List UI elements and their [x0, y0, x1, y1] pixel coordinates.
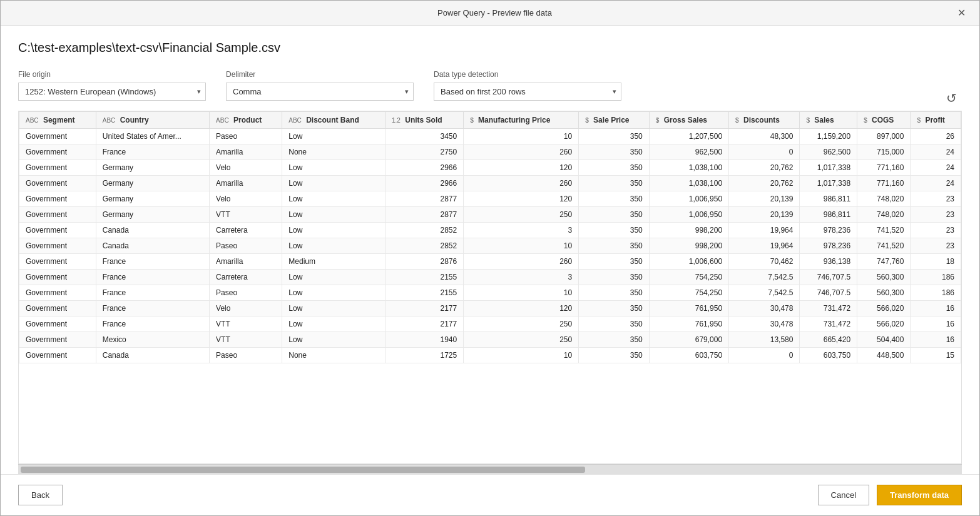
cancel-button[interactable]: Cancel	[818, 485, 869, 505]
table-cell: 715,000	[857, 144, 911, 160]
table-cell: 19,964	[729, 223, 800, 238]
table-cell: Amarilla	[210, 254, 282, 270]
table-cell: 23	[911, 191, 961, 207]
table-cell: 2750	[385, 144, 463, 160]
footer: Back Cancel Transform data	[1, 474, 979, 515]
table-cell: 2877	[385, 207, 463, 223]
table-cell: Amarilla	[210, 176, 282, 191]
transform-data-button[interactable]: Transform data	[877, 485, 962, 505]
table-cell: 566,020	[857, 301, 911, 316]
data-type-detection-label: Data type detection	[434, 70, 621, 79]
table-row: GovernmentGermanyVeloLow28771203501,006,…	[19, 191, 961, 207]
table-cell: 26	[911, 129, 961, 144]
data-table: ABC Segment ABC Country ABC Product ABC …	[19, 111, 961, 363]
table-cell: 20,139	[729, 191, 800, 207]
delimiter-select[interactable]: Comma Tab Semicolon Space Custom	[226, 83, 414, 101]
table-cell: 998,200	[649, 238, 728, 254]
table-cell: 48,300	[729, 129, 800, 144]
table-cell: 23	[911, 238, 961, 254]
table-cell: 3450	[385, 129, 463, 144]
table-cell: 350	[579, 254, 650, 270]
table-cell: 260	[464, 176, 579, 191]
file-path: C:\test-examples\text-csv\Financial Samp…	[18, 41, 962, 55]
table-cell: 350	[579, 144, 650, 160]
table-cell: 18	[911, 254, 961, 270]
table-cell: Medium	[282, 254, 385, 270]
table-cell: 250	[464, 207, 579, 223]
table-cell: 350	[579, 301, 650, 316]
table-cell: Government	[19, 238, 96, 254]
main-content: C:\test-examples\text-csv\Financial Samp…	[1, 26, 979, 474]
table-cell: Germany	[96, 160, 209, 176]
table-row: GovernmentFranceVeloLow2177120350761,950…	[19, 301, 961, 316]
table-cell: 16	[911, 301, 961, 316]
table-cell: None	[282, 348, 385, 363]
refresh-button[interactable]: ↺	[941, 88, 962, 108]
col-header-discount-band: ABC Discount Band	[282, 112, 385, 129]
table-cell: 186	[911, 285, 961, 301]
table-cell: 665,420	[800, 332, 857, 348]
table-cell: 1,017,338	[800, 160, 857, 176]
table-cell: 350	[579, 238, 650, 254]
table-cell: 1940	[385, 332, 463, 348]
horizontal-scrollbar[interactable]	[18, 464, 962, 474]
table-cell: 566,020	[857, 316, 911, 332]
table-cell: 754,250	[649, 285, 728, 301]
table-cell: 731,472	[800, 301, 857, 316]
footer-right: Cancel Transform data	[818, 485, 962, 505]
table-cell: 746,707.5	[800, 285, 857, 301]
table-cell: Low	[282, 223, 385, 238]
window-title: Power Query - Preview file data	[36, 8, 954, 18]
scrollbar-thumb	[21, 467, 585, 473]
col-header-discounts: $ Discounts	[729, 112, 800, 129]
table-cell: 10	[464, 348, 579, 363]
table-cell: 260	[464, 144, 579, 160]
table-row: GovernmentFranceAmarillaNone275026035096…	[19, 144, 961, 160]
table-cell: Government	[19, 176, 96, 191]
table-row: GovernmentCanadaPaseoNone172510350603,75…	[19, 348, 961, 363]
table-cell: 70,462	[729, 254, 800, 270]
table-row: GovernmentGermanyVeloLow29661203501,038,…	[19, 160, 961, 176]
table-cell: Carretera	[210, 223, 282, 238]
table-cell: 2155	[385, 270, 463, 285]
table-cell: 350	[579, 270, 650, 285]
table-cell: 1,006,950	[649, 191, 728, 207]
table-cell: Government	[19, 285, 96, 301]
table-cell: 30,478	[729, 316, 800, 332]
file-origin-label: File origin	[18, 70, 206, 79]
table-cell: Germany	[96, 207, 209, 223]
table-cell: Mexico	[96, 332, 209, 348]
delimiter-select-wrapper: Comma Tab Semicolon Space Custom ▾	[226, 83, 414, 101]
table-cell: France	[96, 301, 209, 316]
table-cell: Canada	[96, 238, 209, 254]
col-header-sale-price: $ Sale Price	[579, 112, 650, 129]
table-cell: 978,236	[800, 223, 857, 238]
table-cell: Low	[282, 332, 385, 348]
table-cell: 1,207,500	[649, 129, 728, 144]
table-cell: 16	[911, 332, 961, 348]
table-cell: 350	[579, 332, 650, 348]
data-table-container[interactable]: ABC Segment ABC Country ABC Product ABC …	[18, 111, 962, 464]
table-row: GovernmentFranceAmarillaMedium2876260350…	[19, 254, 961, 270]
table-cell: United States of Amer...	[96, 129, 209, 144]
table-cell: Velo	[210, 301, 282, 316]
data-type-detection-select[interactable]: Based on first 200 rows Based on entire …	[434, 83, 621, 101]
table-cell: Government	[19, 160, 96, 176]
table-cell: Government	[19, 270, 96, 285]
table-cell: 771,160	[857, 160, 911, 176]
table-cell: 1,159,200	[800, 129, 857, 144]
table-cell: 0	[729, 348, 800, 363]
close-button[interactable]: ✕	[954, 6, 969, 20]
data-type-detection-select-wrapper: Based on first 200 rows Based on entire …	[434, 83, 621, 101]
table-cell: 120	[464, 301, 579, 316]
table-cell: 1,038,100	[649, 160, 728, 176]
table-cell: 771,160	[857, 176, 911, 191]
table-cell: 897,000	[857, 129, 911, 144]
table-header-row: ABC Segment ABC Country ABC Product ABC …	[19, 112, 961, 129]
table-cell: 731,472	[800, 316, 857, 332]
file-origin-select[interactable]: 1252: Western European (Windows) UTF-8 U…	[18, 83, 206, 101]
table-cell: 754,250	[649, 270, 728, 285]
table-cell: Paseo	[210, 285, 282, 301]
back-button[interactable]: Back	[18, 485, 63, 505]
table-cell: 20,762	[729, 160, 800, 176]
